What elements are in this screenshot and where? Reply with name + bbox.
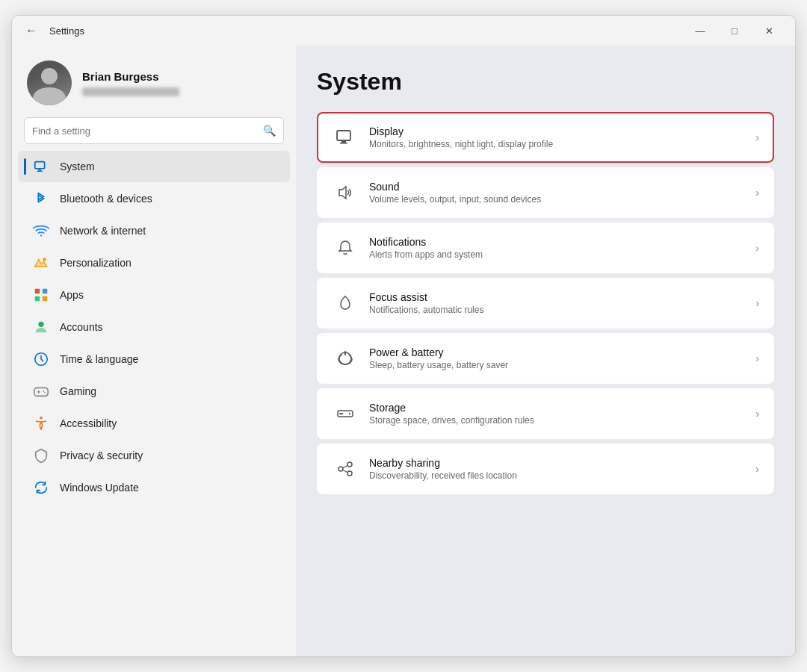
svg-point-3 [40,234,42,236]
settings-item-notifications[interactable]: Notifications Alerts from apps and syste… [317,223,774,273]
back-button[interactable]: ← [21,21,42,40]
svg-rect-17 [337,131,350,140]
notifications-chevron: › [755,242,759,254]
power-icon [332,345,359,372]
storage-text: Storage Storage space, drives, configura… [359,402,755,426]
titlebar-title: Settings [49,25,84,37]
svg-rect-6 [43,289,47,293]
focus-text: Focus assist Notifications, automatic ru… [359,291,755,315]
sidebar-item-label-apps: Apps [60,289,84,301]
nearby-title: Nearby sharing [369,457,755,469]
settings-list: Display Monitors, brightness, night ligh… [317,112,774,494]
sound-icon [332,179,359,206]
bluetooth-icon [33,190,49,207]
time-icon [33,351,49,367]
storage-desc: Storage space, drives, configuration rul… [369,415,755,426]
svg-point-9 [38,322,43,327]
svg-line-29 [343,466,347,468]
svg-point-4 [43,258,46,261]
display-chevron: › [755,131,759,143]
titlebar-left: ← Settings [21,21,84,40]
display-desc: Monitors, brightness, night light, displ… [369,139,755,149]
nearby-text: Nearby sharing Discoverability, received… [359,457,755,481]
privacy-icon [33,447,49,464]
sidebar-item-label-personalization: Personalization [60,257,132,269]
sound-desc: Volume levels, output, input, sound devi… [369,194,755,205]
apps-icon [33,287,49,303]
nearby-desc: Discoverability, received files location [369,470,755,481]
svg-rect-18 [341,141,346,143]
settings-item-display[interactable]: Display Monitors, brightness, night ligh… [317,112,774,163]
nav-menu: System Bluetooth & devices [12,150,296,504]
content-area: System Display Monitors, brightness, nig… [296,46,795,656]
svg-rect-19 [340,143,347,144]
notifications-text: Notifications Alerts from apps and syste… [359,236,755,260]
notifications-icon [332,234,359,261]
sidebar-item-time[interactable]: Time & language [18,343,290,375]
search-box[interactable]: 🔍 [24,117,284,144]
notifications-title: Notifications [369,236,755,248]
settings-item-focus[interactable]: Focus assist Notifications, automatic ru… [317,278,774,329]
user-info: Brian Burgess [82,70,179,96]
user-name: Brian Burgess [82,70,179,83]
settings-item-nearby[interactable]: Nearby sharing Discoverability, received… [317,444,774,494]
gaming-icon [33,383,49,399]
svg-point-16 [40,417,43,420]
svg-point-25 [349,413,350,414]
focus-title: Focus assist [369,291,755,303]
svg-point-27 [347,462,352,467]
sidebar-item-label-privacy: Privacy & security [60,449,143,461]
sidebar-item-label-time: Time & language [60,353,138,365]
storage-icon [332,400,359,427]
sidebar: Brian Burgess 🔍 [12,46,296,656]
maximize-button[interactable]: □ [717,19,752,43]
svg-rect-1 [38,169,41,171]
display-text: Display Monitors, brightness, night ligh… [359,125,755,149]
sidebar-item-bluetooth[interactable]: Bluetooth & devices [18,183,290,214]
storage-title: Storage [369,402,755,414]
display-title: Display [369,125,755,137]
sidebar-item-label-bluetooth: Bluetooth & devices [60,193,152,205]
svg-point-14 [43,391,44,392]
notifications-desc: Alerts from apps and system [369,249,755,260]
storage-chevron: › [755,408,759,420]
sidebar-item-gaming[interactable]: Gaming [18,376,290,407]
settings-item-sound[interactable]: Sound Volume levels, output, input, soun… [317,167,774,218]
search-input[interactable] [32,125,263,137]
user-email [82,87,179,96]
avatar-image [27,60,72,105]
power-desc: Sleep, battery usage, battery saver [369,360,755,370]
svg-rect-5 [35,289,40,293]
settings-item-power[interactable]: Power & battery Sleep, battery usage, ba… [317,333,774,384]
system-icon [33,158,49,175]
sound-text: Sound Volume levels, output, input, soun… [359,181,755,205]
nearby-icon [332,455,359,482]
sidebar-item-privacy[interactable]: Privacy & security [18,440,290,471]
svg-rect-8 [43,296,47,301]
sidebar-item-personalization[interactable]: Personalization [18,247,290,279]
user-section: Brian Burgess [12,46,296,117]
sidebar-item-label-accounts: Accounts [60,321,103,333]
sidebar-item-apps[interactable]: Apps [18,279,290,311]
sidebar-item-update[interactable]: Windows Update [18,472,290,503]
svg-rect-2 [37,171,43,172]
main-layout: Brian Burgess 🔍 [12,46,795,656]
svg-rect-7 [35,296,40,301]
svg-rect-11 [34,388,48,396]
sidebar-item-label-gaming: Gaming [60,385,96,397]
settings-item-storage[interactable]: Storage Storage space, drives, configura… [317,388,774,439]
sidebar-item-label-accessibility: Accessibility [60,417,117,429]
power-text: Power & battery Sleep, battery usage, ba… [359,346,755,370]
power-title: Power & battery [369,346,755,358]
sound-title: Sound [369,181,755,193]
minimize-button[interactable]: — [683,19,717,43]
power-chevron: › [755,352,759,364]
accessibility-icon [33,415,49,432]
close-button[interactable]: ✕ [752,19,786,43]
sidebar-item-accessibility[interactable]: Accessibility [18,408,290,439]
sidebar-item-network[interactable]: Network & internet [18,215,290,246]
accounts-icon [33,319,49,335]
sidebar-item-accounts[interactable]: Accounts [18,311,290,343]
sidebar-item-label-update: Windows Update [60,482,139,494]
sidebar-item-system[interactable]: System [18,151,290,182]
